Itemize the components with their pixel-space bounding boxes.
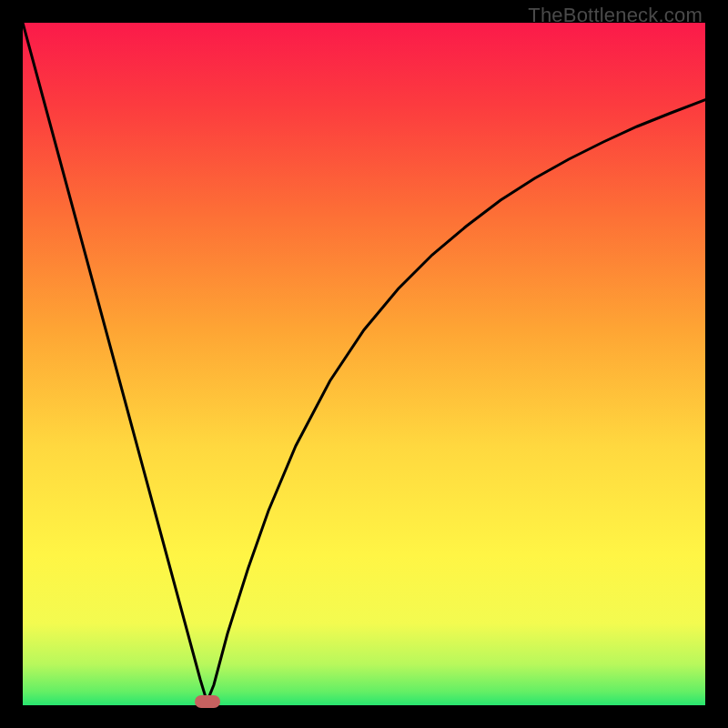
- bottleneck-plot: [23, 23, 705, 705]
- watermark-text: TheBottleneck.com: [528, 4, 703, 27]
- bottleneck-marker: [195, 695, 220, 708]
- chart-frame: [23, 23, 705, 705]
- gradient-background: [23, 23, 705, 705]
